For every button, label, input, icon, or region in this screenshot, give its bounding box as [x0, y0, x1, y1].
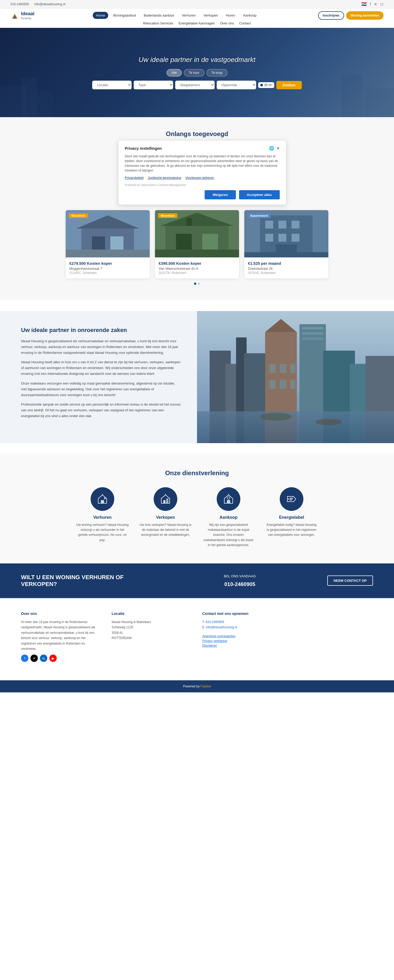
nav-buttons: Inschrijven Woning aanmelden [318, 11, 383, 20]
cta-phone: 010-2460905 [224, 581, 255, 587]
top-bar-right: 🇳🇱 f ✕ ◻ [361, 2, 383, 6]
footer-locatie-title: Locatie [112, 611, 192, 616]
footer-linkedin-icon[interactable]: in [40, 655, 47, 662]
nav-contact[interactable]: Contact [239, 21, 251, 25]
service-desc: Energielabel nodig? Ideaal Housing is ge… [265, 522, 318, 538]
facebook-icon[interactable]: f [370, 2, 371, 6]
nav-verkopen[interactable]: Verkopen [200, 12, 221, 19]
neem-contact-button[interactable]: NEEM CONTACT OP [327, 576, 373, 586]
range-value: 35 m² [264, 83, 272, 87]
cta-bel-label: BEL ONS VANDAAG [224, 574, 256, 578]
accepteer-button[interactable]: Accepteer alles [239, 190, 280, 199]
type-select[interactable]: Type [134, 81, 173, 89]
service-energielabel[interactable]: Energielabel Energielabel nodig? Ideaal … [265, 487, 318, 548]
partner-para-1: Ideaal Housing is gespecialiseerd als ve… [21, 338, 181, 356]
voorkeuren-link[interactable]: Voorkeuren beheren [186, 176, 214, 180]
privacy-policy-link[interactable]: Privacybeleid [125, 176, 143, 180]
partner-left: Uw ideale partner in onroerende zaken Id… [0, 311, 197, 443]
top-bar: 010-2460905 info@ideaalhousing.nl 🇳🇱 f ✕… [0, 0, 394, 8]
tab-tekoop[interactable]: Te koop [207, 69, 227, 76]
svg-rect-29 [292, 234, 299, 242]
footer-youtube-icon[interactable]: ▶ [49, 655, 57, 662]
slaapkamers-select[interactable]: Slaapkamers [175, 81, 214, 89]
logo-text-wrap: Ideaal housing [21, 11, 34, 20]
svg-rect-43 [280, 380, 286, 389]
nav-huren[interactable]: Huren [223, 12, 238, 19]
service-name: Verkopen [139, 515, 192, 520]
twitter-icon[interactable]: ✕ [374, 2, 377, 6]
service-verhuren[interactable]: Verhuren Uw woning verhuren? Ideaal Hous… [76, 487, 129, 548]
tab-alle[interactable]: Alle [167, 69, 182, 76]
card-address: Van Waerschutstraat 42-A [159, 267, 235, 270]
locatie-select[interactable]: Locatie [92, 81, 132, 89]
service-name: Energielabel [265, 515, 318, 520]
nav-energielabel[interactable]: Energielabel Aanvragen [179, 21, 215, 25]
dot-2[interactable] [198, 283, 200, 285]
zoeken-button[interactable]: Zoeken [276, 81, 302, 89]
energielabel-icon [280, 487, 303, 511]
instagram-icon[interactable]: ◻ [380, 2, 383, 6]
svg-rect-60 [164, 500, 165, 503]
footer-col-contact: Contact met ons opnemen T: 010-2460905 E… [202, 611, 282, 662]
privacy-globe-button[interactable]: 🌐 [269, 146, 274, 151]
hero-tagline: Uw ideale partner in de vastgoedmarkt [0, 56, 394, 64]
card-price: €1.525 per maand [248, 261, 325, 266]
privacy-close-button[interactable]: ✕ [276, 146, 280, 151]
svg-rect-13 [110, 236, 124, 250]
hero-content: Uw ideale partner in de vastgoedmarkt Al… [0, 56, 394, 89]
nav-woningaanbod[interactable]: Woningaanbod [110, 12, 139, 19]
logo-subtitle: housing [21, 16, 34, 20]
service-verkopen[interactable]: Verkopen Uw huis verkopen? Ideaal Housin… [139, 487, 192, 548]
property-card[interactable]: Woonhuis €395.000 Kosten koper Van Waers… [155, 210, 239, 278]
cta-right: BEL ONS VANDAAG 010-2460905 [224, 574, 256, 587]
nav-buitenlands[interactable]: Buitenlands aanbod [141, 12, 177, 19]
nav-verhuren[interactable]: Verhuren [179, 12, 199, 19]
tab-tehuur[interactable]: Te huur [184, 69, 204, 76]
logo[interactable]: Ideaal housing [11, 11, 34, 20]
footer-col-over: Over ons Al meer dan 18 jaar ervaring in… [21, 611, 101, 662]
footer-socials: f ✕ in ▶ [21, 655, 101, 662]
partner-right [197, 311, 394, 443]
footer: Over ons Al meer dan 18 jaar ervaring in… [0, 598, 394, 680]
card-city: 3031TN, Rotterdam [159, 271, 235, 275]
service-desc: Uw woning verhuren? Ideaal Housing ontzo… [76, 522, 129, 542]
nav-home[interactable]: Home [93, 12, 108, 19]
service-name: Verhuren [76, 515, 129, 520]
svg-rect-40 [280, 364, 286, 373]
privacy-banner: Privacy instellingen 🌐 ✕ Deze site maakt… [118, 140, 286, 205]
footer-locatie-text: Ideaal Housing & Makelaars Schieweg 113C… [112, 619, 192, 641]
nav-overons[interactable]: Over ons [220, 21, 234, 25]
nav-aankoop[interactable]: Aankoop [240, 12, 259, 19]
oppervlak-select[interactable]: Oppervlak [217, 81, 256, 89]
footer-facebook-icon[interactable]: f [21, 655, 29, 662]
nav-relocation[interactable]: Relocation Services [143, 21, 173, 25]
footer-powered-link[interactable]: Faydee [200, 684, 211, 688]
nav-top: Ideaal housing Home Woningaanbod Buitenl… [11, 11, 383, 20]
dot-1[interactable] [194, 283, 196, 285]
footer-algemene-link[interactable]: Algemene voorwaarden [202, 634, 282, 638]
svg-rect-24 [265, 221, 273, 229]
footer-powered-label: Powered by [183, 684, 201, 688]
card-address: Drieluisstraat 26 [248, 267, 325, 270]
privacy-overlay-wrap: Privacy instellingen 🌐 ✕ Deze site maakt… [0, 140, 394, 205]
footer-twitter-icon[interactable]: ✕ [30, 655, 38, 662]
svg-point-66 [227, 497, 230, 500]
partner-para-2: Ideaal Housing heeft alles in huis om u … [21, 360, 181, 377]
weigeren-button[interactable]: Weigeren [205, 190, 236, 199]
inschrijven-button[interactable]: Inschrijven [318, 11, 344, 20]
property-card[interactable]: Woonhuis €279.500 Kosten koper Muggenham… [66, 210, 150, 278]
nav-bottom: Relocation Services Energielabel Aanvrag… [11, 21, 383, 25]
footer-col-locatie: Locatie Ideaal Housing & Makelaars Schie… [112, 611, 192, 662]
juridisch-link[interactable]: Juridische kennisgeving [148, 176, 181, 180]
service-aankoop[interactable]: Aankoop Wij zijn een gespecialiseerd mak… [202, 487, 255, 548]
footer-email-label[interactable]: E: info@ideaalhousing.nl [202, 625, 237, 629]
property-card[interactable]: Appartement €1.525 per maand Drieluisstr… [244, 210, 328, 278]
svg-rect-28 [278, 234, 286, 242]
footer-phone-label[interactable]: T: 010-2460905 [202, 620, 224, 624]
footer-privacy-link[interactable]: Privacy verklaring [202, 639, 282, 643]
service-desc: Uw huis verkopen? Ideaal Housing is de m… [139, 522, 192, 538]
footer-contact-phone: T: 010-2460905 E: info@ideaalhousing.nl [202, 619, 282, 630]
woning-aanmelden-button[interactable]: Woning aanmelden [346, 11, 383, 20]
svg-rect-48 [302, 337, 323, 340]
footer-disclaimer-link[interactable]: Disclaimer [202, 644, 282, 648]
